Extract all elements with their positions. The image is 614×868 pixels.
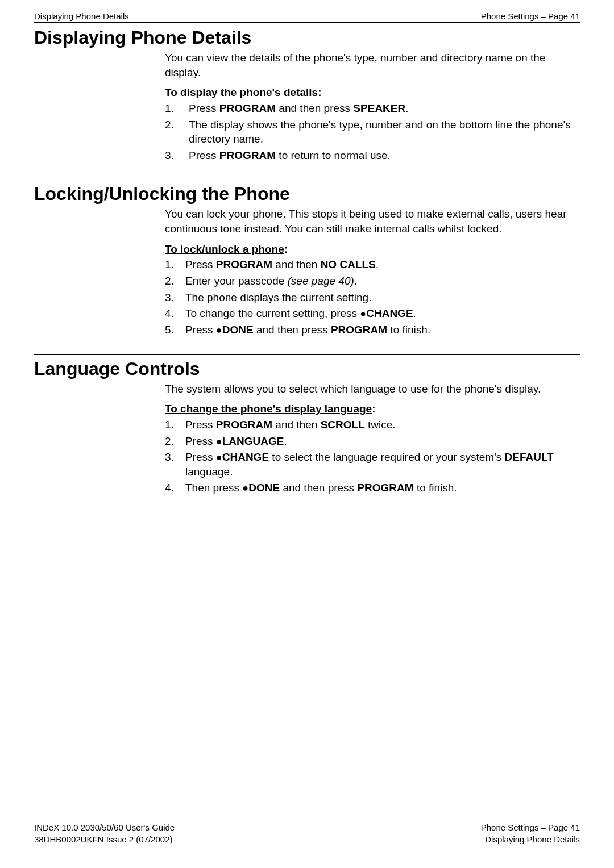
step-number: 4. (165, 481, 174, 495)
section1-steps: 1. Press PROGRAM and then press SPEAKER.… (165, 101, 580, 163)
page-header: Displaying Phone Details Phone Settings … (34, 11, 580, 21)
bullet-icon: ● (216, 436, 222, 447)
step-item: 1. Press PROGRAM and then SCROLL twice. (165, 418, 580, 432)
subheading-colon: : (284, 243, 288, 255)
section3-intro: The system allows you to select which la… (165, 382, 580, 397)
step-text: Press PROGRAM and then SCROLL twice. (185, 419, 396, 431)
footer-left-line1: INDeX 10.0 2030/50/60 User's Guide (34, 821, 175, 833)
step-text: The display shows the phone's type, numb… (189, 119, 571, 145)
page-footer: INDeX 10.0 2030/50/60 User's Guide 38DHB… (34, 819, 580, 845)
section3-body: The system allows you to select which la… (165, 382, 580, 495)
section2-intro: You can lock your phone. This stops it b… (165, 207, 580, 236)
step-item: 4. To change the current setting, press … (165, 306, 580, 321)
step-number: 1. (165, 257, 174, 272)
header-right: Phone Settings – Page 41 (481, 11, 580, 21)
step-text: Press ●DONE and then press PROGRAM to fi… (185, 324, 430, 336)
step-number: 3. (165, 450, 174, 465)
step-item: 3. Press ●CHANGE to select the language … (165, 450, 580, 479)
step-text: Then press ●DONE and then press PROGRAM … (185, 482, 457, 494)
bullet-icon: ● (360, 308, 366, 319)
step-number: 1. (165, 101, 174, 116)
footer-right: Phone Settings – Page 41 Displaying Phon… (481, 821, 580, 845)
subheading-colon: : (318, 86, 321, 98)
step-number: 4. (165, 306, 174, 321)
section2-steps: 1. Press PROGRAM and then NO CALLS. 2. E… (165, 257, 580, 337)
section3-steps: 1. Press PROGRAM and then SCROLL twice. … (165, 418, 580, 495)
step-item: 1. Press PROGRAM and then NO CALLS. (165, 257, 580, 272)
section-divider (34, 354, 580, 355)
step-text: Press PROGRAM and then press SPEAKER. (189, 102, 409, 114)
subheading-text: To display the phone's details (165, 86, 318, 98)
step-number: 2. (165, 118, 174, 132)
footer-left-line2: 38DHB0002UKFN Issue 2 (07/2002) (34, 833, 175, 845)
section-divider (34, 180, 580, 180)
footer-divider (34, 819, 580, 819)
subheading-text: To lock/unlock a phone (165, 243, 284, 255)
step-text: Press ●LANGUAGE. (185, 435, 287, 447)
bullet-icon: ● (242, 482, 248, 494)
section2-subheading: To lock/unlock a phone: (165, 242, 580, 257)
footer-right-line2: Displaying Phone Details (481, 833, 580, 845)
subheading-colon: : (372, 403, 375, 415)
step-number: 3. (165, 290, 174, 305)
step-number: 2. (165, 434, 174, 449)
step-text: Press PROGRAM and then NO CALLS. (185, 258, 379, 270)
step-item: 1. Press PROGRAM and then press SPEAKER. (165, 101, 580, 116)
step-text: Enter your passcode (see page 40). (185, 275, 357, 287)
bullet-icon: ● (216, 452, 222, 463)
step-item: 3. Press PROGRAM to return to normal use… (165, 148, 580, 163)
section1-intro: You can view the details of the phone's … (165, 51, 580, 80)
step-text: The phone displays the current setting. (185, 291, 371, 303)
footer-row: INDeX 10.0 2030/50/60 User's Guide 38DHB… (34, 821, 580, 845)
section-title-locking-unlocking: Locking/Unlocking the Phone (34, 183, 580, 205)
footer-right-line1: Phone Settings – Page 41 (481, 821, 580, 833)
step-number: 1. (165, 418, 174, 432)
section1-subheading: To display the phone's details: (165, 85, 580, 100)
header-divider (34, 22, 580, 23)
step-item: 2. Press ●LANGUAGE. (165, 434, 580, 449)
step-text: To change the current setting, press ●CH… (185, 307, 416, 319)
section1-body: You can view the details of the phone's … (165, 51, 580, 162)
step-number: 5. (165, 323, 174, 337)
step-number: 2. (165, 274, 174, 289)
step-item: 2. Enter your passcode (see page 40). (165, 274, 580, 289)
bullet-icon: ● (216, 324, 222, 336)
step-text: Press ●CHANGE to select the language req… (185, 451, 554, 478)
header-left: Displaying Phone Details (34, 11, 129, 21)
section3-subheading: To change the phone's display language: (165, 402, 580, 416)
section-title-displaying-phone-details: Displaying Phone Details (34, 27, 580, 48)
section-title-language-controls: Language Controls (34, 358, 580, 379)
section2-body: You can lock your phone. This stops it b… (165, 207, 580, 337)
footer-left: INDeX 10.0 2030/50/60 User's Guide 38DHB… (34, 821, 175, 845)
step-number: 3. (165, 148, 174, 163)
step-item: 2. The display shows the phone's type, n… (165, 118, 580, 147)
step-item: 4. Then press ●DONE and then press PROGR… (165, 481, 580, 495)
step-item: 5. Press ●DONE and then press PROGRAM to… (165, 323, 580, 337)
step-text: Press PROGRAM to return to normal use. (189, 149, 391, 161)
subheading-text: To change the phone's display language (165, 403, 372, 415)
step-item: 3. The phone displays the current settin… (165, 290, 580, 305)
